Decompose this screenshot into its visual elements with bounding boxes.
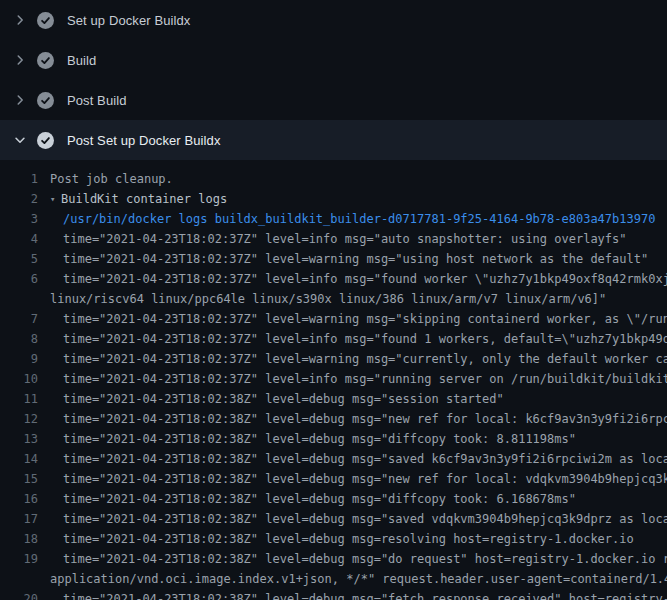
line-number[interactable]: 4	[0, 229, 38, 249]
chevron-right-icon	[12, 52, 28, 68]
log-text: time="2021-04-23T18:02:38Z" level=debug …	[63, 509, 667, 529]
line-number[interactable]: 14	[0, 449, 38, 469]
log-text: time="2021-04-23T18:02:38Z" level=debug …	[63, 389, 504, 409]
log-text: time="2021-04-23T18:02:38Z" level=debug …	[63, 449, 667, 469]
steps-panel: Set up Docker Buildx Build Post Build Po…	[0, 0, 667, 600]
step-label: Build	[67, 53, 96, 68]
line-number[interactable]: 8	[0, 329, 38, 349]
check-circle-icon	[37, 12, 54, 29]
step-header-post-set-up-docker-buildx[interactable]: Post Set up Docker Buildx	[0, 120, 667, 160]
log-text: time="2021-04-23T18:02:37Z" level=info m…	[63, 269, 667, 289]
log-row: 18time="2021-04-23T18:02:38Z" level=debu…	[0, 529, 667, 549]
line-number[interactable]: 9	[0, 349, 38, 369]
group-label: BuildKit container logs	[61, 192, 227, 206]
log-row: 7time="2021-04-23T18:02:37Z" level=warni…	[0, 309, 667, 329]
log-row: 10time="2021-04-23T18:02:37Z" level=info…	[0, 369, 667, 389]
step-label: Set up Docker Buildx	[67, 13, 190, 28]
line-number[interactable]: 13	[0, 429, 38, 449]
line-number[interactable]: 3	[0, 209, 38, 229]
step-header-set-up-docker-buildx[interactable]: Set up Docker Buildx	[0, 0, 667, 40]
line-number[interactable]: 1	[0, 169, 38, 189]
line-number[interactable]: 5	[0, 249, 38, 269]
command-text: /usr/bin/docker logs buildx_buildkit_bui…	[63, 209, 655, 229]
log-row: 12time="2021-04-23T18:02:38Z" level=debu…	[0, 409, 667, 429]
log-text: time="2021-04-23T18:02:38Z" level=debug …	[63, 409, 667, 429]
log-group-toggle[interactable]: ▾BuildKit container logs	[50, 189, 227, 209]
log-lines: 1Post job cleanup.2▾BuildKit container l…	[0, 160, 667, 600]
chevron-down-icon	[12, 132, 28, 148]
line-number[interactable]: 20	[0, 589, 38, 600]
line-number[interactable]: 18	[0, 529, 38, 549]
log-row: 16time="2021-04-23T18:02:38Z" level=debu…	[0, 489, 667, 509]
log-row: 11time="2021-04-23T18:02:38Z" level=debu…	[0, 389, 667, 409]
line-number	[0, 289, 38, 309]
log-text: linux/riscv64 linux/ppc64le linux/s390x …	[50, 289, 606, 309]
line-number[interactable]: 12	[0, 409, 38, 429]
log-row: 15time="2021-04-23T18:02:38Z" level=debu…	[0, 469, 667, 489]
log-row: 2▾BuildKit container logs	[0, 189, 667, 209]
log-row: 6time="2021-04-23T18:02:37Z" level=info …	[0, 269, 667, 289]
log-text: time="2021-04-23T18:02:38Z" level=debug …	[63, 589, 667, 600]
log-text: time="2021-04-23T18:02:37Z" level=info m…	[63, 329, 667, 349]
log-text: time="2021-04-23T18:02:38Z" level=debug …	[63, 429, 576, 449]
line-number[interactable]: 19	[0, 549, 38, 569]
line-number[interactable]: 7	[0, 309, 38, 329]
step-header-post-build[interactable]: Post Build	[0, 80, 667, 120]
log-row: 17time="2021-04-23T18:02:38Z" level=debu…	[0, 509, 667, 529]
log-text: time="2021-04-23T18:02:38Z" level=debug …	[63, 549, 667, 569]
log-text: time="2021-04-23T18:02:37Z" level=warnin…	[63, 249, 648, 269]
line-number[interactable]: 6	[0, 269, 38, 289]
log-text: time="2021-04-23T18:02:37Z" level=info m…	[63, 369, 667, 389]
log-row: 1Post job cleanup.	[0, 169, 667, 189]
line-number[interactable]: 11	[0, 389, 38, 409]
step-label: Post Set up Docker Buildx	[67, 133, 221, 148]
log-row: 19time="2021-04-23T18:02:38Z" level=debu…	[0, 549, 667, 569]
log-row: 20time="2021-04-23T18:02:38Z" level=debu…	[0, 589, 667, 600]
line-number[interactable]: 17	[0, 509, 38, 529]
line-number[interactable]: 2	[0, 189, 38, 209]
log-text: time="2021-04-23T18:02:37Z" level=warnin…	[63, 309, 667, 329]
line-number[interactable]: 16	[0, 489, 38, 509]
log-text: time="2021-04-23T18:02:37Z" level=info m…	[63, 229, 627, 249]
log-row: 3/usr/bin/docker logs buildx_buildkit_bu…	[0, 209, 667, 229]
chevron-right-icon	[12, 92, 28, 108]
log-row: 14time="2021-04-23T18:02:38Z" level=debu…	[0, 449, 667, 469]
log-text: time="2021-04-23T18:02:37Z" level=warnin…	[63, 349, 667, 369]
check-circle-icon	[37, 92, 54, 109]
chevron-right-icon	[12, 12, 28, 28]
step-header-build[interactable]: Build	[0, 40, 667, 80]
check-circle-icon	[37, 52, 54, 69]
log-row-continuation: linux/riscv64 linux/ppc64le linux/s390x …	[0, 289, 667, 309]
log-row: 5time="2021-04-23T18:02:37Z" level=warni…	[0, 249, 667, 269]
log-row-continuation: application/vnd.oci.image.index.v1+json,…	[0, 569, 667, 589]
line-number	[0, 569, 38, 589]
line-number[interactable]: 15	[0, 469, 38, 489]
log-row: 9time="2021-04-23T18:02:37Z" level=warni…	[0, 349, 667, 369]
log-text: time="2021-04-23T18:02:38Z" level=debug …	[63, 529, 634, 549]
group-toggle-arrow-icon: ▾	[50, 189, 61, 209]
log-row: 13time="2021-04-23T18:02:38Z" level=debu…	[0, 429, 667, 449]
log-row: 8time="2021-04-23T18:02:37Z" level=info …	[0, 329, 667, 349]
log-text: application/vnd.oci.image.index.v1+json,…	[50, 569, 667, 589]
line-number[interactable]: 10	[0, 369, 38, 389]
step-label: Post Build	[67, 93, 127, 108]
log-text: time="2021-04-23T18:02:38Z" level=debug …	[63, 469, 667, 489]
log-text: Post job cleanup.	[50, 169, 173, 189]
log-row: 4time="2021-04-23T18:02:37Z" level=info …	[0, 229, 667, 249]
log-text: time="2021-04-23T18:02:38Z" level=debug …	[63, 489, 576, 509]
check-circle-icon	[37, 132, 54, 149]
